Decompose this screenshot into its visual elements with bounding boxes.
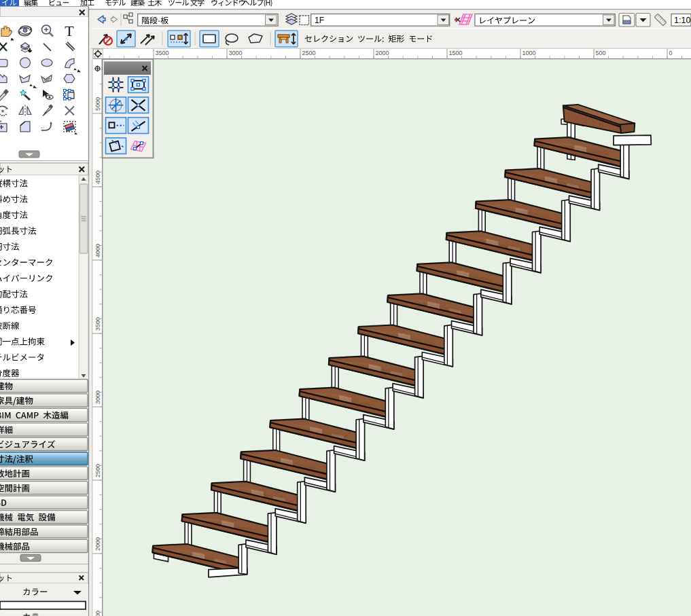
svg-text:2000: 2000 (376, 50, 389, 56)
svg-text:1000: 1000 (522, 50, 536, 56)
svg-text:4500: 4500 (94, 170, 101, 184)
svg-text:0: 0 (669, 50, 673, 56)
svg-text:1500: 1500 (94, 611, 101, 616)
svg-text:4000: 4000 (94, 244, 101, 257)
svg-text:2000: 2000 (94, 537, 101, 551)
svg-text:2500: 2500 (94, 464, 101, 477)
svg-text:3000: 3000 (94, 391, 101, 404)
svg-text:1F: 1F (315, 16, 324, 25)
svg-text:3000: 3000 (229, 50, 243, 56)
svg-text:3500: 3500 (156, 50, 169, 56)
svg-text:T: T (65, 22, 74, 39)
svg-text:1:100: 1:100 (674, 16, 691, 25)
svg-text:5000: 5000 (94, 97, 101, 111)
svg-text:500: 500 (596, 50, 606, 56)
svg-text:2500: 2500 (302, 50, 316, 56)
svg-text:1500: 1500 (449, 50, 463, 56)
svg-text:3500: 3500 (94, 317, 101, 331)
